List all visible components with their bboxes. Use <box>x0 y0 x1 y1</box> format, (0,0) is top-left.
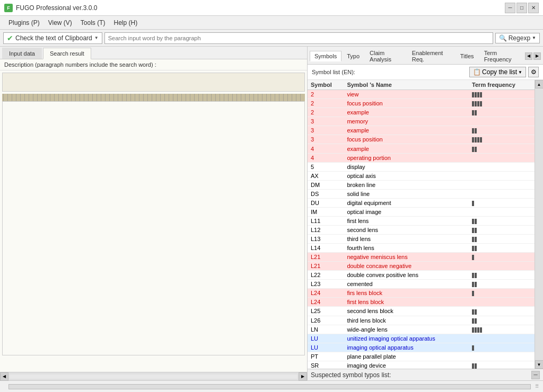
table-row[interactable]: 5display <box>308 162 535 171</box>
table-row[interactable]: L21negative meniscus lens <box>308 253 535 262</box>
cell-symbol: L11 <box>308 216 344 225</box>
scroll-left-button[interactable]: ◀ <box>0 372 8 381</box>
table-row[interactable]: LUimaging optical apparatus <box>308 343 535 352</box>
table-row[interactable]: DUdigital equipment <box>308 198 535 207</box>
table-row[interactable]: L24firs lens block <box>308 289 535 298</box>
freq-bar-icon <box>472 101 474 106</box>
tab-term-frequency[interactable]: Term Frequency <box>479 48 524 64</box>
tab-symbols[interactable]: Symbols <box>310 51 341 61</box>
table-row[interactable]: L22double convex positive lens <box>308 271 535 280</box>
tab-enablement-req[interactable]: Enablement Req. <box>407 48 455 64</box>
scroll-right-button[interactable]: ▶ <box>299 372 307 381</box>
cell-name: negative meniscus lens <box>344 253 469 262</box>
table-row[interactable]: L14fourth lens <box>308 243 535 252</box>
check-clipboard-button[interactable]: ✔ Check the text of Clipboard ▼ <box>3 32 102 44</box>
table-row[interactable]: L13third lens <box>308 234 535 243</box>
cell-symbol: L13 <box>308 234 344 243</box>
menu-help[interactable]: Help (H) <box>109 18 142 28</box>
table-row[interactable]: L23cemented <box>308 280 535 289</box>
table-row[interactable]: L11first lens <box>308 216 535 225</box>
menu-tools[interactable]: Tools (T) <box>76 18 110 28</box>
table-row[interactable]: LNwide-angle lens <box>308 325 535 334</box>
bottom-scrollbar: ◀ ▶ <box>0 372 307 380</box>
table-row[interactable]: DMbroken line <box>308 180 535 189</box>
tab-claim-analysis[interactable]: Claim Analysis <box>365 48 407 64</box>
text-content-area[interactable] <box>2 101 305 355</box>
table-row[interactable]: DSsolid line <box>308 189 535 198</box>
scroll-down-button[interactable]: ▼ <box>535 360 544 369</box>
cell-frequency <box>469 298 535 307</box>
table-row[interactable]: L25second lens block <box>308 307 535 316</box>
cell-symbol: L14 <box>308 243 344 252</box>
cell-symbol: 2 <box>308 99 344 108</box>
scroll-track[interactable] <box>10 375 297 379</box>
toolbar: ✔ Check the text of Clipboard ▼ 🔍 Regexp… <box>0 30 543 47</box>
table-row[interactable]: 2example <box>308 108 535 117</box>
scroll-up-button[interactable]: ▲ <box>535 80 544 88</box>
title-bar: F FUGO Professional ver.3.0.0 ─ □ ✕ <box>0 0 543 16</box>
table-row[interactable]: AXoptical axis <box>308 171 535 180</box>
cell-name: third lens <box>344 234 469 243</box>
status-minimize-button[interactable]: ─ <box>531 371 540 379</box>
freq-bar-icon <box>472 291 474 296</box>
table-row[interactable]: SRimaging device <box>308 361 535 369</box>
tab-typo[interactable]: Typo <box>342 51 364 61</box>
copy-list-button[interactable]: 📋 Copy the list ▼ <box>469 67 526 77</box>
cell-name: imaging device <box>344 361 469 369</box>
table-row[interactable]: L12second lens <box>308 225 535 234</box>
cell-frequency <box>469 144 535 153</box>
table-row[interactable]: 3focus position <box>308 135 535 144</box>
description-label: Description (paragraph numbers include t… <box>0 59 307 70</box>
tab-search-result[interactable]: Search result <box>43 48 91 59</box>
freq-bar-icon <box>472 327 474 333</box>
close-button[interactable]: ✕ <box>528 3 539 13</box>
title-bar-controls: ─ □ ✕ <box>505 3 539 13</box>
table-row[interactable]: 2focus position <box>308 99 535 108</box>
freq-bar-icon <box>472 219 474 224</box>
menu-plugins[interactable]: Plugins (P) <box>4 18 44 28</box>
freq-bar-icon <box>475 228 477 233</box>
table-row[interactable]: 4operating portion <box>308 153 535 162</box>
menu-view[interactable]: View (V) <box>44 18 76 28</box>
scroll-vert-track[interactable] <box>535 88 543 360</box>
table-row[interactable]: L21double concave negative <box>308 262 535 271</box>
cell-symbol: LU <box>308 334 344 343</box>
freq-bar-icon <box>472 363 474 369</box>
cell-name: memory <box>344 117 469 126</box>
cell-name: example <box>344 108 469 117</box>
tab-nav-next[interactable]: ▶ <box>533 52 541 60</box>
cell-name: imaging optical apparatus <box>344 343 469 352</box>
cell-name: double concave negative <box>344 262 469 271</box>
table-row[interactable]: 2view <box>308 90 535 99</box>
table-row[interactable]: 3memory <box>308 117 535 126</box>
freq-bar-icon <box>475 147 477 152</box>
tab-nav-prev[interactable]: ◀ <box>525 52 532 60</box>
cell-frequency <box>469 253 535 262</box>
table-row[interactable]: L26third lens block <box>308 316 535 325</box>
table-row[interactable]: PTplane parallel plate <box>308 352 535 361</box>
text-area-container <box>0 70 307 372</box>
freq-bar-icon <box>475 282 477 287</box>
table-row[interactable]: 3example <box>308 126 535 135</box>
table-row[interactable]: IMoptical image <box>308 207 535 216</box>
tab-titles[interactable]: Titles <box>456 51 479 61</box>
table-row[interactable]: LUunitized imaging optical apparatus <box>308 334 535 343</box>
cell-symbol: L22 <box>308 271 344 280</box>
search-input[interactable] <box>104 32 493 44</box>
cell-symbol: DS <box>308 189 344 198</box>
dropdown-arrow-icon: ▼ <box>94 35 99 40</box>
regexp-button[interactable]: 🔍 Regexp ▼ <box>495 33 540 43</box>
table-row[interactable]: 4example <box>308 144 535 153</box>
cell-symbol: L12 <box>308 225 344 234</box>
check-btn-label: Check the text of Clipboard <box>15 34 92 42</box>
cell-name: focus position <box>344 135 469 144</box>
settings-button[interactable]: ⚙ <box>528 67 539 77</box>
symbol-table-container[interactable]: Symbol Symbol 's Name Term frequency 2vi… <box>308 80 535 369</box>
freq-bar-icon <box>475 246 477 251</box>
minimize-button[interactable]: ─ <box>505 3 515 13</box>
freq-bar-icon <box>472 137 474 142</box>
tab-nav: ◀ ▶ <box>525 52 541 60</box>
table-row[interactable]: L24first lens block <box>308 298 535 307</box>
maximize-button[interactable]: □ <box>516 3 527 13</box>
tab-input-data[interactable]: Input data <box>2 48 42 59</box>
